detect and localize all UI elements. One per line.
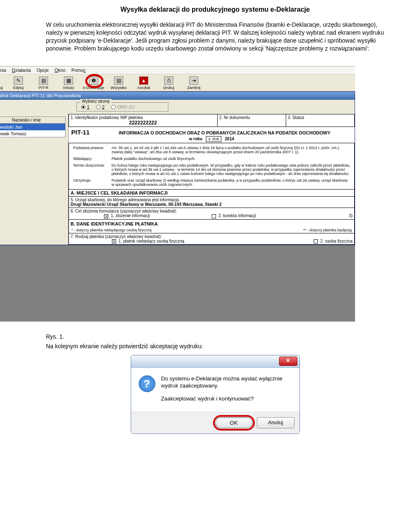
nip-value: 2222222222 [71, 120, 216, 126]
section-a-header: A. MIEJSCE I CEL SKŁADANIA INFORMACJI [69, 190, 355, 197]
dialog-close-button[interactable]: ✕ [279, 357, 297, 366]
subwindow-title: ❖ Wydruk Deklaracji PIT-11 dla Pracownik… [0, 92, 355, 100]
tb-pitr[interactable]: ▤PIT-R [32, 76, 55, 90]
intro-paragraph: W celu uruchomienia elektronicznej wysył… [46, 21, 384, 53]
pit11-form: 1. Identyfikator podatkowy NIP płatnika2… [68, 114, 355, 245]
figure-caption: Rys. 1. [46, 333, 384, 340]
sheet-icon: ▦ [64, 76, 73, 85]
dialog-line2: Zaakceptować wydruk i kontynuować? [161, 395, 292, 403]
checkbox-korekta[interactable] [212, 214, 216, 218]
tb-drukuj[interactable]: ⎙Drukuj [157, 76, 180, 90]
page-heading: Wysyłka deklaracji do produkcyjnego syst… [46, 6, 384, 13]
menu-pomoc[interactable]: Pomoc [71, 68, 86, 73]
tb-edytuj[interactable]: ✎Edytuj [7, 76, 30, 90]
menu-bar: Plik Edycja Zadania Działania Opcje Okno… [0, 66, 355, 74]
list-item[interactable]: 2) Nowak Tomasz [0, 130, 65, 137]
pit-code: PIT-11 [71, 129, 90, 136]
page-radio-2[interactable]: 2 [96, 104, 104, 110]
ok-button[interactable]: OK [215, 417, 253, 428]
checkbox-zlozenie[interactable] [104, 214, 108, 218]
menu-dzialania[interactable]: Działania [12, 68, 31, 73]
dialog-button-row: OK Anuluj [131, 412, 299, 433]
all-icon: ▤ [114, 76, 123, 85]
highlight-circle-icon [85, 74, 104, 88]
page-select-label: Wybierz stronę [80, 99, 112, 104]
list-item[interactable]: 1) Kowalski Jan [0, 124, 65, 130]
form-title: INFORMACJA O DOCHODACH ORAZ O POBRANYCH … [119, 130, 330, 135]
pit11-subwindow: ❖ Wydruk Deklaracji PIT-11 dla Pracownik… [0, 91, 355, 245]
name-panel: Nazwisko i imię 1) Kowalski Jan 2) Nowak… [0, 114, 68, 245]
checkbox-niefiz[interactable] [112, 239, 116, 243]
urzad-value: Drugi Mazowiecki Urząd Skarbowy w Warsza… [71, 202, 222, 207]
name-header: Nazwisko i imię [0, 117, 66, 124]
after-figure-text: Na kolejnym ekranie należy potwierdzić a… [46, 342, 384, 350]
tb-zarchiwizuj[interactable]: 🗄Zarchiwizuj [0, 76, 5, 90]
tb-zamknij[interactable]: ⇥Zamknij [182, 76, 206, 90]
close-icon: ⇥ [189, 76, 198, 85]
dialog-titlebar: ✕ [131, 355, 299, 368]
dialog-line1: Do systemu e-Deklaracje można wysłać wył… [161, 375, 292, 390]
question-icon: ? [139, 375, 155, 392]
section-b-header: B. DANE IDENTYFIKACYJNE PŁATNIKA [69, 220, 354, 228]
print-icon: ⎙ [164, 76, 173, 85]
tb-arkusz[interactable]: ▦Arkusz [57, 76, 80, 90]
edit-icon: ✎ [14, 76, 23, 85]
pitr-icon: ▤ [39, 76, 48, 85]
mdi-area: ❖ Wydruk Deklaracji PIT-11 dla Pracownik… [0, 91, 355, 322]
menu-okno[interactable]: Okno [55, 68, 66, 73]
tb-edeklaracje[interactable]: ❷e-Deklaracje [82, 76, 105, 90]
main-toolbar: 📂Odczytaj 🗄Zarchiwizuj ✎Edytuj ▤PIT-R ▦A… [0, 74, 355, 91]
year-value: 2014 [225, 137, 234, 141]
tb-wszystko[interactable]: ▤Wszystko [107, 76, 130, 90]
pdf-icon: ▲ [139, 76, 148, 85]
tb-acrobat[interactable]: ▲Acrobat [132, 76, 155, 90]
app-screenshot: Plik Edycja Zadania Działania Opcje Okno… [0, 66, 355, 322]
cancel-button[interactable]: Anuluj [257, 417, 294, 428]
page-radio-1[interactable]: 1 [81, 104, 89, 110]
menu-zadania[interactable]: Zadania [0, 68, 6, 73]
checkbox-fiz[interactable] [314, 239, 318, 243]
confirm-dialog: ✕ ? Do systemu e-Deklaracje można wysłać… [131, 355, 300, 434]
page-radio-ordzu[interactable]: ORD-ZU [111, 104, 135, 110]
menu-opcje[interactable]: Opcje [37, 68, 49, 73]
page-select-group: Wybierz stronę 1 2 ORD-ZU [76, 102, 168, 112]
name-list[interactable]: 1) Kowalski Jan 2) Nowak Tomasz [0, 124, 66, 137]
